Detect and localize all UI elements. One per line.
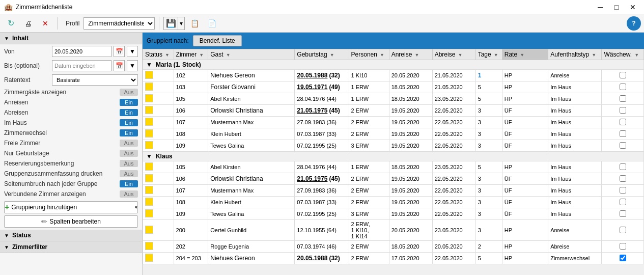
im-haus-toggle[interactable]: Ein [120,119,138,126]
gast-cell: Mustermann Max [208,117,295,128]
abreise-cell: 22.05.2020 [432,128,475,140]
reservierung-row: Reservierungsbemerkung Aus [0,158,142,169]
waesche-checkbox[interactable] [620,255,626,261]
verbundene-toggle[interactable]: Aus [120,190,138,198]
bis-input[interactable] [52,60,111,71]
table-row[interactable]: 204 = 203 Niehues Gereon 20.05.1988 (32)… [143,253,644,264]
bis-calendar-button[interactable]: 📅 [114,60,125,71]
gruppenzusammenfassung-toggle[interactable]: Aus [120,170,138,177]
col-header-geburtstag[interactable]: Geburtstag ▼ [295,49,349,60]
waesche-checkbox[interactable] [620,210,626,217]
waesche-checkbox[interactable] [620,227,626,233]
col-header-rate[interactable]: Rate ▼ [502,49,548,60]
von-filter-button[interactable]: ▼ [127,46,138,57]
columns-edit-button[interactable]: ✏ Spalten bearbeiten [4,215,138,228]
col-header-personen[interactable]: Personen ▼ [349,49,389,60]
inhalt-section-header[interactable]: ▼ Inhalt [0,33,142,44]
waesche-checkbox[interactable] [620,72,626,78]
save-button[interactable]: 💾 [163,17,178,30]
abreise-cell: 23.05.2020 [432,161,475,173]
anreise-cell: 19.05.2020 [389,117,432,128]
left-panel: ▼ Inhalt Von 📅 ▼ Bis (optional) 📅 ▼ Rat [0,33,143,275]
table-row[interactable]: 107 Mustermann Max 27.09.1983 (36) 2 ERW… [143,117,644,128]
bendef-button[interactable]: Bendef. Liste [193,35,242,46]
table-row[interactable]: 103 Forster Giovanni 19.05.1971 (49) 1 E… [143,81,644,93]
save-dropdown-button[interactable]: ▾ [178,17,185,30]
paste-button[interactable]: 📄 [204,16,219,31]
tage-cell: 3 [475,185,502,197]
table-row[interactable]: 108 Klein Hubert 07.03.1987 (33) 2 ERW 1… [143,197,644,208]
nur-geburtstage-row: Nur Geburtstage Aus [0,148,142,158]
table-row[interactable]: 108 Klein Hubert 07.03.1987 (33) 2 ERW 1… [143,128,644,140]
col-header-tage[interactable]: Tage ▼ [475,49,502,60]
status-section-header[interactable]: ▼ Status [0,230,142,241]
cancel-button[interactable]: ✕ [38,16,53,31]
waesche-checkbox[interactable] [620,119,626,125]
aufenthaltstyp-cell: Anreise [548,220,602,241]
status-cell [143,185,174,197]
abreisen-toggle[interactable]: Ein [120,109,138,116]
table-row[interactable]: 106 Orlowski Christiana 21.05.1975 (45) … [143,105,644,117]
help-button[interactable]: ? [627,16,641,31]
waesche-checkbox[interactable] [620,95,626,102]
waesche-checkbox[interactable] [620,142,626,149]
zimmer-cell: 102 [174,70,208,81]
freie-zimmer-toggle[interactable]: Aus [120,140,138,147]
waesche-checkbox[interactable] [620,243,626,250]
table-row[interactable]: 202 Rogge Eugenia 07.03.1974 (46) 2 ERW … [143,241,644,253]
col-header-waesche[interactable]: Wäschew. ▼ [602,49,644,60]
geburtstag-cell: 20.05.1988 (32) [295,253,349,264]
minimize-button[interactable]: ─ [593,2,607,12]
print-button[interactable]: 🖨 [20,16,36,31]
waesche-checkbox[interactable] [620,84,626,90]
table-row[interactable]: 106 Orlowski Christiana 21.05.1975 (45) … [143,173,644,185]
table-row[interactable]: 105 Abel Kirsten 28.04.1976 (44) 1 ERW 1… [143,93,644,105]
zimmerwechsel-toggle[interactable]: Ein [120,129,138,136]
seitenumbruch-toggle[interactable]: Ein [120,180,138,187]
waesche-checkbox[interactable] [620,187,626,194]
personen-cell: 2 ERW [349,128,389,140]
waesche-checkbox[interactable] [620,130,626,137]
waesche-checkbox[interactable] [620,199,626,205]
im-haus-row: Im Haus Ein [0,118,142,128]
aufenthaltstyp-cell: Im Haus [548,173,602,185]
col-header-status[interactable]: Status ▼ [143,49,174,60]
table-row[interactable]: 109 Tewes Galina 07.02.1995 (25) 3 ERW 1… [143,208,644,220]
aufenthaltstyp-cell: Im Haus [548,105,602,117]
table-row[interactable]: 102 Niehues Gereon 20.05.1988 (32) 1 KI1… [143,70,644,81]
von-input[interactable] [52,46,111,57]
profile-label: Profil [66,20,79,27]
grouping-add-button[interactable]: + Gruppierung hinzufügen ▾ [4,201,138,213]
col-header-aufenthaltstyp[interactable]: Aufenthaltstyp ▼ [548,49,602,60]
zimmerfilter-section-header[interactable]: ▼ Zimmerfilter [0,241,142,253]
status-indicator [145,198,153,206]
col-header-anreise[interactable]: Anreise ▼ [389,49,432,60]
col-header-gast[interactable]: Gast ▼ [208,49,295,60]
maximize-button[interactable]: □ [609,2,624,12]
zimmergueste-toggle[interactable]: Aus [120,89,138,96]
ratentext-select[interactable]: Basisrate [52,74,138,86]
waesche-checkbox[interactable] [620,163,626,170]
nur-geburtstage-toggle[interactable]: Aus [120,150,138,157]
profile-select[interactable]: Zimmermädchenliste [83,17,155,30]
col-header-zimmer[interactable]: Zimmer ▼ [174,49,208,60]
col-header-abreise[interactable]: Abreise ▼ [432,49,475,60]
close-button[interactable]: ✕ [626,2,640,12]
table-row[interactable]: 109 Tewes Galina 07.02.1995 (25) 3 ERW 1… [143,140,644,152]
waesche-checkbox[interactable] [620,175,626,182]
copy-button[interactable]: 📋 [187,16,202,31]
von-calendar-button[interactable]: 📅 [114,46,125,57]
anreisen-toggle[interactable]: Ein [120,99,138,106]
table-row[interactable]: 200 Oertel Gunhild 12.10.1955 (64) 2 ERW… [143,220,644,241]
bis-filter-button[interactable]: ▼ [127,60,138,71]
zimmer-cell: 204 = 203 [174,253,208,264]
rate-cell: HP [502,81,548,93]
status-cell [143,208,174,220]
waesche-checkbox[interactable] [620,107,626,114]
table-row[interactable]: 105 Abel Kirsten 28.04.1976 (44) 1 ERW 1… [143,161,644,173]
status-indicator [145,209,153,217]
group-arrow-icon: ▼ [146,153,152,160]
refresh-button[interactable]: ↻ [3,16,18,31]
reservierung-toggle[interactable]: Aus [120,160,138,167]
table-row[interactable]: 107 Mustermann Max 27.09.1983 (36) 2 ERW… [143,185,644,197]
